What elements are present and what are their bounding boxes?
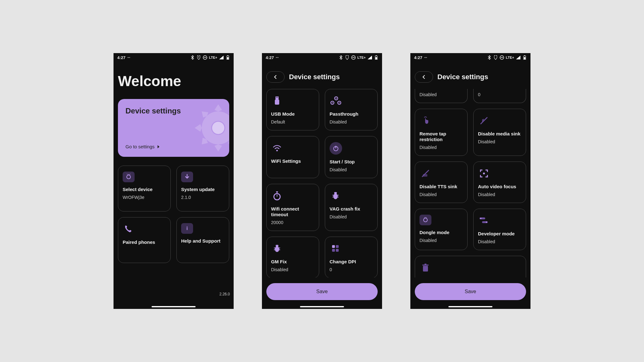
developer-mode-card[interactable]: Developer mode Disabled xyxy=(473,209,526,250)
svg-point-2 xyxy=(198,57,199,58)
chevron-left-icon xyxy=(422,75,426,79)
system-update-value: 2.1.0 xyxy=(181,195,225,200)
passthrough-card[interactable]: Passthrough Disabled xyxy=(325,89,378,130)
gm-fix-card[interactable]: GM Fix Disabled xyxy=(266,237,319,277)
bluetooth-icon xyxy=(487,55,491,60)
svg-point-44 xyxy=(427,58,427,58)
auto-video-card[interactable]: Auto video focus Disabled xyxy=(473,162,526,203)
start-stop-card[interactable]: Start / Stop Disabled xyxy=(325,136,378,178)
dongle-mode-card[interactable]: Dongle mode Disabled xyxy=(415,209,468,250)
network-label: LTE+ xyxy=(209,56,217,59)
status-bar: 4:27 LTE+ xyxy=(262,53,382,62)
svg-point-26 xyxy=(339,102,340,103)
svg-point-1 xyxy=(130,58,130,58)
vag-fix-title: VAG crash fix xyxy=(330,206,373,212)
trash-icon xyxy=(419,262,431,274)
status-icon-group xyxy=(424,55,429,60)
dongle-icon xyxy=(419,215,431,225)
location-icon xyxy=(197,55,201,60)
signal-icon xyxy=(219,55,224,60)
signal-icon xyxy=(516,55,520,60)
start-stop-title: Start / Stop xyxy=(330,159,373,165)
paired-phones-card[interactable]: Paired phones xyxy=(118,217,171,263)
svg-rect-57 xyxy=(423,266,428,272)
change-dpi-card[interactable]: Change DPI 0 xyxy=(325,237,378,277)
home-indicator[interactable] xyxy=(300,306,344,307)
svg-rect-48 xyxy=(524,55,525,56)
page-title: Device settings xyxy=(289,73,340,81)
svg-rect-15 xyxy=(376,55,377,56)
svg-rect-6 xyxy=(227,55,228,56)
partial-value: 0 xyxy=(478,92,521,97)
go-to-settings-link[interactable]: Go to settings xyxy=(125,144,160,149)
status-time: 4:27 xyxy=(266,55,274,60)
system-update-card[interactable]: System update 2.1.0 xyxy=(176,166,229,211)
disable-media-card[interactable]: Disable media sink Disabled xyxy=(473,109,526,156)
usb-mode-card[interactable]: USB Mode Default xyxy=(266,89,319,130)
help-support-card[interactable]: i Help and Support xyxy=(176,217,229,263)
select-device-title: Select device xyxy=(123,187,166,192)
power-icon xyxy=(330,142,342,155)
vag-fix-card[interactable]: VAG crash fix Disabled xyxy=(325,184,378,231)
usb-mode-value: Default xyxy=(271,119,314,124)
home-indicator[interactable] xyxy=(152,306,196,307)
chevron-left-icon xyxy=(273,75,278,79)
paired-phones-title: Paired phones xyxy=(123,239,166,245)
usb-icon xyxy=(271,95,283,107)
svg-rect-19 xyxy=(277,97,278,98)
remove-tap-title: Remove tap restriction xyxy=(419,131,463,142)
svg-point-8 xyxy=(212,122,225,134)
passthrough-value: Disabled xyxy=(330,119,373,124)
svg-rect-18 xyxy=(276,97,277,98)
disable-tts-value: Disabled xyxy=(419,192,463,197)
timer-icon xyxy=(271,190,283,202)
save-button[interactable]: Save xyxy=(266,283,378,300)
partial-card-top-right[interactable]: 0 xyxy=(473,89,526,103)
disable-tts-card[interactable]: Disable TTS sink Disabled xyxy=(415,162,468,203)
remove-tap-card[interactable]: Remove tap restriction Disabled xyxy=(415,109,468,156)
phone-settings-1: 4:27 LTE+ Device settings USB Mode Def xyxy=(262,53,382,309)
save-button[interactable]: Save xyxy=(415,283,526,300)
svg-point-52 xyxy=(424,218,427,222)
svg-rect-59 xyxy=(425,264,426,265)
device-settings-hero[interactable]: Device settings Go to settings xyxy=(118,99,229,157)
select-device-card[interactable]: Select device WrOFWj3e xyxy=(118,166,171,211)
partial-card-top-left[interactable]: Disabled xyxy=(415,89,468,103)
back-button[interactable] xyxy=(266,71,285,83)
wifi-timeout-value: 20000 xyxy=(271,220,314,225)
svg-point-10 xyxy=(277,57,278,58)
focus-icon xyxy=(478,167,490,179)
back-button[interactable] xyxy=(415,71,433,83)
status-time: 4:27 xyxy=(414,55,422,60)
svg-rect-41 xyxy=(336,249,339,252)
dongle-mode-value: Disabled xyxy=(419,238,463,243)
partial-value: Disabled xyxy=(419,92,463,97)
svg-rect-38 xyxy=(332,245,335,248)
svg-point-27 xyxy=(276,150,278,151)
factory-reset-card[interactable]: Factory reset xyxy=(415,256,526,277)
toggle-icon xyxy=(478,215,490,227)
home-indicator[interactable] xyxy=(448,306,492,307)
dongle-mode-title: Dongle mode xyxy=(419,230,463,235)
wifi-timeout-title: Wifi connect timeout xyxy=(271,206,314,217)
wifi-timeout-card[interactable]: Wifi connect timeout 20000 xyxy=(266,184,319,231)
version-label: 2.26.0 xyxy=(219,292,230,296)
wifi-icon xyxy=(271,142,283,154)
remove-tap-value: Disabled xyxy=(419,145,463,150)
svg-rect-31 xyxy=(276,191,278,192)
location-icon xyxy=(493,55,498,60)
auto-video-title: Auto video focus xyxy=(478,184,521,189)
help-support-title: Help and Support xyxy=(181,238,225,244)
battery-icon xyxy=(522,55,527,60)
tts-off-icon xyxy=(419,167,431,179)
svg-rect-58 xyxy=(422,265,429,266)
status-bar: 4:27 LTE+ xyxy=(410,53,530,62)
wifi-settings-card[interactable]: WiFi Settings xyxy=(266,136,319,178)
download-icon xyxy=(181,172,193,182)
dnd-icon xyxy=(203,55,207,60)
bug-icon xyxy=(271,243,283,255)
svg-point-51 xyxy=(483,173,485,174)
svg-rect-49 xyxy=(524,57,525,59)
info-icon: i xyxy=(181,223,193,234)
battery-icon xyxy=(374,55,378,60)
